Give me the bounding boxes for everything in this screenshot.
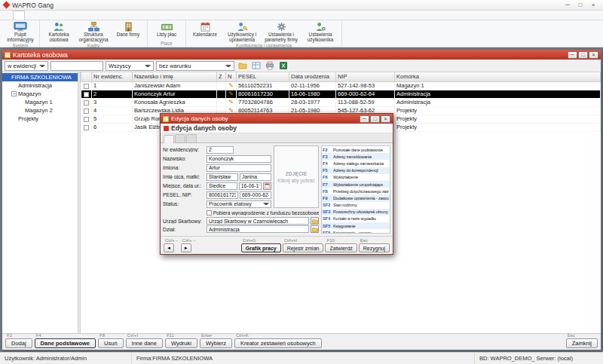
window-close-button[interactable]: × — [589, 51, 598, 59]
shortcut-item[interactable]: SF3 Powszechny obowiązek obrony — [322, 209, 390, 216]
imie-ojca-input[interactable] — [207, 173, 238, 181]
tree-expander-icon[interactable] — [11, 116, 17, 121]
dialog-tab[interactable] — [175, 134, 185, 142]
menu-item[interactable] — [88, 11, 99, 20]
fund-checkbox[interactable] — [207, 210, 212, 216]
tree-item[interactable]: Magazyn 1 — [2, 98, 78, 106]
tree-item[interactable]: Administracja — [2, 81, 78, 90]
header-checkbox-column[interactable] — [81, 72, 92, 81]
row-checkbox[interactable] — [84, 84, 89, 89]
browse-department-button[interactable] — [311, 225, 319, 233]
dialog-tab[interactable] — [186, 134, 197, 142]
dialog-minimize-button[interactable]: ─ — [360, 115, 369, 123]
dialog-tab[interactable] — [164, 135, 174, 143]
next-person-button[interactable]: ► — [181, 243, 191, 252]
nazwisko-input[interactable] — [207, 155, 271, 163]
menu-item[interactable] — [2, 11, 13, 20]
tree-expander-icon[interactable] — [18, 99, 23, 105]
shortcut-item[interactable]: SF5 Księgowanie — [322, 222, 390, 229]
search-input[interactable] — [51, 61, 103, 71]
filter-combo[interactable]: Wszyscy — [106, 61, 154, 71]
menu-item[interactable] — [13, 11, 25, 20]
tree-item[interactable]: FIRMA SZKOLENIOWA — [2, 73, 78, 81]
tree-expander-icon[interactable] — [11, 83, 17, 88]
menu-item[interactable] — [78, 11, 88, 20]
table-row[interactable]: 1 Janiszewski Adam ✎ 56110252231 02-11-1… — [81, 81, 601, 90]
pulpit-informacyjny-button[interactable]: Pulpit informacyjny — [3, 21, 38, 43]
prev-person-button[interactable]: ◄ — [164, 243, 174, 252]
window-maximize-button[interactable]: □ — [578, 51, 588, 59]
shortcut-item[interactable]: SF2 Stan rodzinny — [322, 202, 390, 209]
row-checkbox[interactable] — [84, 117, 89, 122]
kalendarze-button[interactable]: Kalendarze — [188, 21, 222, 38]
ustawienia-uzytkownika-button[interactable]: Ustawienia użytkownika — [301, 21, 340, 43]
menu-item[interactable] — [109, 11, 120, 20]
shortcut-item[interactable]: F5 Adresy do korespondencji — [322, 167, 390, 174]
column-header[interactable]: Data urodzenia — [289, 72, 336, 81]
shortcut-item[interactable]: F7 Wykształcenie uzupełniające — [322, 181, 390, 188]
row-checkbox[interactable] — [84, 100, 89, 106]
tree-item[interactable]: − Magazyn — [2, 90, 78, 98]
dialog-button[interactable]: Rejestr zmian — [283, 243, 324, 252]
column-header[interactable]: Z — [217, 72, 226, 81]
window-minimize-button[interactable]: ─ — [568, 51, 577, 59]
shortcut-item[interactable]: F9 Dodatkowe uprawnienia - zawodowe — [322, 194, 390, 201]
condition-combo[interactable]: bez warunku — [156, 61, 234, 71]
miejsce-urodzenia-input[interactable] — [207, 182, 237, 190]
folder-add-icon[interactable] — [237, 61, 248, 71]
column-header[interactable]: NIP — [336, 72, 395, 81]
column-header[interactable]: Komórka — [395, 72, 601, 81]
dzial-input[interactable] — [207, 225, 309, 233]
shortcut-item[interactable]: F8 Przebieg dotychczasowego zatrudnienia — [322, 188, 390, 194]
tree-expander-icon[interactable] — [5, 75, 10, 80]
menu-item[interactable] — [25, 11, 35, 20]
column-header[interactable]: Nr ewidenc. — [92, 72, 133, 81]
footer-button[interactable]: Dodaj — [5, 338, 32, 348]
shortcut-item[interactable]: F6 Wykształcenie — [322, 174, 390, 181]
tree-expander-icon[interactable]: − — [11, 91, 17, 96]
scope-combo[interactable]: w ewidencji — [5, 61, 48, 71]
imiona-input[interactable] — [207, 164, 271, 172]
tree-item[interactable]: Magazyn 2 — [2, 106, 78, 115]
nip-input[interactable] — [240, 191, 271, 199]
shortcut-item[interactable]: SF6 Księgowanie - umowy — [322, 229, 390, 234]
maximize-button[interactable]: □ — [574, 1, 586, 9]
uzytkownicy-uprawnienia-button[interactable]: Użytkownicy i uprawnienia — [222, 21, 262, 43]
dialog-button[interactable]: Rezygnuj — [359, 243, 390, 252]
column-header[interactable]: N — [226, 72, 237, 81]
tree-item[interactable]: Projekty — [2, 115, 78, 123]
dialog-close-button[interactable]: × — [381, 115, 390, 123]
footer-button[interactable]: Kreator zestawień osobowych — [234, 338, 322, 348]
row-checkbox[interactable] — [84, 92, 89, 97]
shortcut-item[interactable]: SF4 Kontakt w razie wypadku — [322, 216, 390, 222]
zamknij-button[interactable]: Zamknij — [566, 338, 598, 348]
photo-placeholder[interactable]: ZDJĘCIE Kliknij aby pobrać — [274, 145, 319, 208]
menu-item[interactable] — [99, 11, 109, 20]
menu-item[interactable] — [57, 11, 67, 20]
nr-ewidencyjny-input[interactable] — [207, 146, 234, 154]
footer-button[interactable]: Wydruki — [165, 338, 197, 348]
ustawienia-parametry-firmy-button[interactable]: Ustawienia i parametry firmy — [262, 21, 301, 43]
dialog-button[interactable]: Grafik pracy — [241, 243, 281, 252]
status-combo[interactable]: Pracownik etatowy — [207, 200, 271, 208]
pesel-input[interactable] — [207, 191, 238, 199]
footer-button[interactable]: Inne dane — [126, 338, 163, 348]
struktura-organizacyjna-button[interactable]: Struktura organizacyjna — [76, 21, 111, 43]
menu-item[interactable] — [46, 11, 57, 20]
footer-button[interactable]: Wybierz — [200, 338, 232, 348]
listy-plac-button[interactable]: Listy płac — [149, 21, 184, 38]
tree-expander-icon[interactable] — [18, 108, 23, 113]
table-row[interactable]: 3 Konosała Agnieszka ✎ 77032804786 28-03… — [81, 98, 601, 106]
printer-icon[interactable] — [264, 61, 275, 71]
dialog-button[interactable]: Zatwierdź — [325, 243, 357, 252]
browse-tax-office-button[interactable] — [311, 217, 319, 225]
column-header[interactable]: Nazwisko i imię — [133, 72, 217, 81]
close-button[interactable]: × — [587, 1, 599, 9]
shortcut-item[interactable]: F3 Adresy zameldowania — [322, 153, 390, 160]
imie-matki-input[interactable] — [240, 173, 271, 181]
row-checkbox[interactable] — [84, 109, 89, 114]
shortcut-item[interactable]: F4 Adresy stałego zamieszkania — [322, 160, 390, 167]
data-urodzenia-input[interactable] — [239, 182, 262, 190]
shortcut-item[interactable]: F2 Pozostałe dane podstawowe — [322, 146, 390, 153]
column-header[interactable]: PESEL — [237, 72, 289, 81]
